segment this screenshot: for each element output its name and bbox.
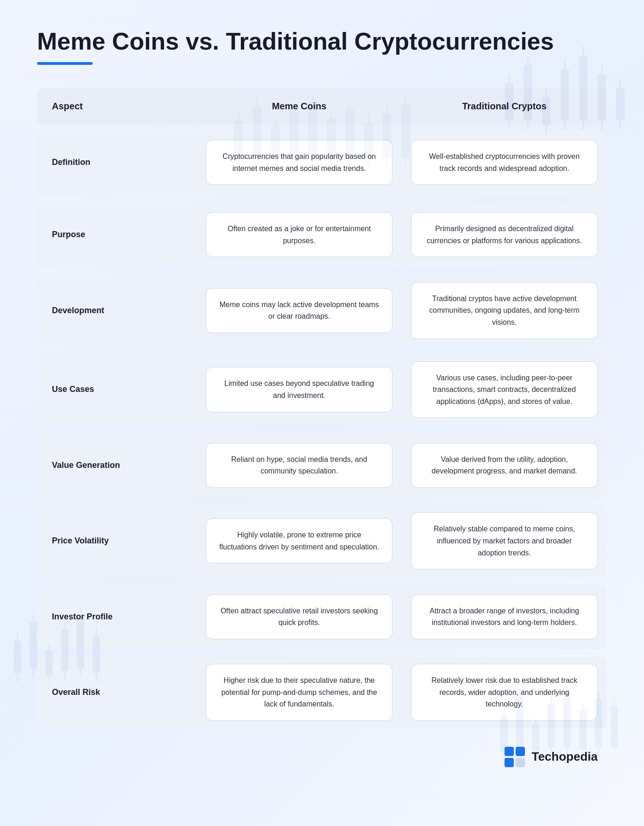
trad-content-box: Various use cases, including peer-to-pee…	[411, 361, 598, 418]
aspect-cell: Purpose	[37, 202, 196, 267]
trad-cell: Relatively lower risk due to established…	[402, 656, 607, 728]
svg-rect-16	[30, 622, 37, 668]
trad-cell: Well-established cryptocurrencies with p…	[402, 130, 607, 195]
meme-cell: Often created as a joke or for entertain…	[196, 202, 402, 267]
col-meme-header: Meme Coins	[196, 88, 402, 125]
trad-cell: Relatively stable compared to meme coins…	[402, 505, 607, 577]
meme-cell: Limited use cases beyond speculative tra…	[196, 354, 402, 426]
col-aspect-header: Aspect	[37, 88, 196, 125]
trad-content-box: Value derived from the utility, adoption…	[411, 443, 598, 488]
meme-content-box: Higher risk due to their speculative nat…	[206, 664, 392, 721]
meme-cell: Highly volatile, prone to extreme price …	[196, 505, 402, 577]
trad-text: Traditional cryptos have active developm…	[429, 295, 580, 326]
svg-rect-65	[516, 758, 525, 767]
trad-content-box: Relatively stable compared to meme coins…	[411, 512, 598, 569]
title-underline	[37, 62, 93, 65]
title-section: Meme Coins vs. Traditional Cryptocurrenc…	[37, 28, 607, 65]
footer-logo: Techopedia	[37, 747, 607, 767]
meme-text: Often created as a joke or for entertain…	[227, 225, 371, 245]
trad-text: Primarily designed as decentralized digi…	[427, 225, 582, 245]
trad-content-box: Relatively lower risk due to established…	[411, 664, 598, 721]
meme-cell: Meme coins may lack active development t…	[196, 275, 402, 347]
header-trad: Traditional Cryptos	[462, 101, 546, 112]
meme-content-box: Reliant on hype, social media trends, an…	[206, 443, 392, 488]
trad-cell: Value derived from the utility, adoption…	[402, 433, 607, 498]
meme-content-box: Cryptocurrencies that gain popularity ba…	[206, 140, 392, 185]
aspect-label: Purpose	[52, 230, 85, 240]
meme-text: Meme coins may lack active development t…	[220, 301, 379, 321]
meme-text: Highly volatile, prone to extreme price …	[219, 531, 379, 551]
techopedia-brand: Techopedia	[531, 750, 598, 764]
trad-cell: Various use cases, including peer-to-pee…	[402, 354, 607, 426]
aspect-cell: Definition	[37, 130, 196, 195]
trad-text: Well-established cryptocurrencies with p…	[429, 152, 580, 172]
header-aspect: Aspect	[52, 101, 83, 112]
trad-text: Attract a broader range of investors, in…	[429, 607, 579, 627]
trad-content-box: Well-established cryptocurrencies with p…	[411, 140, 598, 185]
svg-rect-12	[616, 88, 625, 120]
aspect-cell: Overall Risk	[37, 656, 196, 728]
meme-content-box: Highly volatile, prone to extreme price …	[206, 518, 392, 563]
aspect-label: Use Cases	[52, 385, 94, 394]
aspect-cell: Value Generation	[37, 433, 196, 498]
rows-container: Definition Cryptocurrencies that gain po…	[37, 130, 607, 728]
aspect-cell: Price Volatility	[37, 505, 196, 577]
meme-content-box: Often attract speculative retail investo…	[206, 594, 392, 639]
table-header-row: Aspect Meme Coins Traditional Cryptos	[37, 88, 607, 125]
aspect-cell: Use Cases	[37, 354, 196, 426]
aspect-label: Value Generation	[52, 460, 120, 470]
meme-content-box: Often created as a joke or for entertain…	[206, 212, 392, 257]
trad-cell: Attract a broader range of investors, in…	[402, 584, 607, 649]
aspect-cell: Investor Profile	[37, 584, 196, 649]
trad-content-box: Attract a broader range of investors, in…	[411, 594, 598, 639]
svg-rect-60	[611, 706, 618, 747]
aspect-label: Definition	[52, 158, 90, 167]
data-row: Purpose Often created as a joke or for e…	[37, 202, 607, 267]
meme-text: Limited use cases beyond speculative tra…	[224, 379, 374, 399]
data-row: Price Volatility Highly volatile, prone …	[37, 505, 607, 577]
meme-text: Cryptocurrencies that gain popularity ba…	[222, 152, 376, 172]
data-row: Use Cases Limited use cases beyond specu…	[37, 354, 607, 426]
trad-cell: Primarily designed as decentralized digi…	[402, 202, 607, 267]
page-title: Meme Coins vs. Traditional Cryptocurrenc…	[37, 28, 607, 56]
aspect-label: Price Volatility	[52, 536, 109, 546]
meme-text: Higher risk due to their speculative nat…	[221, 676, 377, 708]
data-row: Definition Cryptocurrencies that gain po…	[37, 130, 607, 195]
data-row: Development Meme coins may lack active d…	[37, 275, 607, 347]
aspect-label: Investor Profile	[52, 612, 113, 622]
svg-rect-62	[505, 747, 514, 756]
meme-text: Reliant on hype, social media trends, an…	[231, 455, 367, 475]
trad-cell: Traditional cryptos have active developm…	[402, 275, 607, 347]
data-row: Overall Risk Higher risk due to their sp…	[37, 656, 607, 728]
meme-text: Often attract speculative retail investo…	[221, 607, 378, 627]
trad-content-box: Primarily designed as decentralized digi…	[411, 212, 598, 257]
meme-cell: Reliant on hype, social media trends, an…	[196, 433, 402, 498]
svg-rect-14	[14, 641, 21, 673]
aspect-label: Development	[52, 306, 104, 315]
meme-cell: Higher risk due to their speculative nat…	[196, 656, 402, 728]
meme-cell: Often attract speculative retail investo…	[196, 584, 402, 649]
trad-text: Relatively lower risk due to established…	[431, 676, 577, 708]
meme-content-box: Meme coins may lack active development t…	[206, 288, 392, 333]
col-trad-header: Traditional Cryptos	[402, 88, 607, 125]
svg-rect-64	[505, 758, 514, 767]
techopedia-logo-icon	[505, 747, 525, 767]
trad-content-box: Traditional cryptos have active developm…	[411, 282, 598, 339]
trad-text: Various use cases, including peer-to-pee…	[433, 374, 576, 405]
page-wrapper: Meme Coins vs. Traditional Cryptocurrenc…	[0, 0, 644, 826]
data-row: Value Generation Reliant on hype, social…	[37, 433, 607, 498]
trad-text: Relatively stable compared to meme coins…	[434, 525, 575, 556]
header-meme: Meme Coins	[272, 101, 327, 112]
data-row: Investor Profile Often attract speculati…	[37, 584, 607, 649]
meme-cell: Cryptocurrencies that gain popularity ba…	[196, 130, 402, 195]
trad-text: Value derived from the utility, adoption…	[432, 455, 577, 475]
aspect-label: Overall Risk	[52, 687, 100, 697]
svg-rect-63	[516, 747, 525, 756]
meme-content-box: Limited use cases beyond speculative tra…	[206, 367, 392, 412]
aspect-cell: Development	[37, 275, 196, 347]
